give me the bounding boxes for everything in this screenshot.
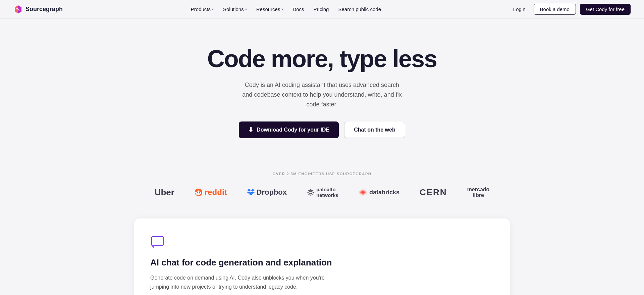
- search-public-code-link[interactable]: Search public code: [338, 6, 381, 12]
- hero-title: Code more, type less: [207, 46, 437, 72]
- svg-point-3: [199, 192, 200, 193]
- hero-section: Code more, type less Cody is an AI codin…: [0, 19, 644, 158]
- chat-icon: [150, 235, 165, 249]
- reddit-icon: [195, 188, 203, 196]
- sourcegraph-logo-icon: [13, 5, 23, 14]
- dropbox-logo: Dropbox: [247, 188, 287, 197]
- uber-logo: Uber: [155, 187, 174, 198]
- nav-item-search[interactable]: Search public code: [338, 6, 381, 12]
- mercado-libre-logo: mercadolibre: [467, 187, 490, 198]
- feature-section: AI chat for code generation and explanat…: [121, 218, 523, 295]
- products-link[interactable]: Products ▾: [191, 6, 214, 12]
- feature-description: Generate code on demand using AI. Cody a…: [150, 273, 325, 291]
- solutions-link[interactable]: Solutions ▾: [223, 6, 247, 12]
- download-cody-button[interactable]: ⬇ Download Cody for your IDE: [239, 121, 339, 138]
- download-icon: ⬇: [248, 126, 253, 134]
- cern-logo: CERN: [420, 187, 447, 198]
- svg-rect-12: [152, 237, 164, 245]
- nav-right: Login Book a demo Get Cody for free: [509, 4, 631, 15]
- chat-web-button[interactable]: Chat on the web: [344, 122, 405, 138]
- logo-text: Sourcegraph: [25, 6, 63, 13]
- hero-subtitle: Cody is an AI coding assistant that uses…: [241, 80, 402, 109]
- nav-item-products[interactable]: Products ▾: [191, 6, 214, 12]
- nav-item-docs[interactable]: Docs: [292, 6, 304, 12]
- pricing-link[interactable]: Pricing: [314, 6, 329, 12]
- resources-link[interactable]: Resources ▾: [256, 6, 283, 12]
- svg-point-2: [197, 192, 198, 193]
- main-nav: Sourcegraph Products ▾ Solutions ▾ Resou…: [0, 0, 644, 19]
- nav-item-pricing[interactable]: Pricing: [314, 6, 329, 12]
- databricks-icon: [359, 189, 367, 196]
- get-cody-button[interactable]: Get Cody for free: [580, 4, 631, 15]
- nav-item-resources[interactable]: Resources ▾: [256, 6, 283, 12]
- nav-links: Products ▾ Solutions ▾ Resources ▾ Docs …: [191, 6, 381, 12]
- logos-row: Uber reddit Dropbox: [155, 187, 490, 198]
- docs-link[interactable]: Docs: [292, 6, 304, 12]
- dropbox-icon: [247, 189, 255, 196]
- nav-item-solutions[interactable]: Solutions ▾: [223, 6, 247, 12]
- solutions-chevron-icon: ▾: [245, 7, 247, 11]
- products-chevron-icon: ▾: [212, 7, 214, 11]
- paloalto-logo: paloaltonetworks: [307, 187, 338, 198]
- logo-link[interactable]: Sourcegraph: [13, 5, 63, 14]
- logos-label: OVER 2.5M ENGINEERS USE SOURCEGRAPH: [273, 172, 372, 176]
- svg-marker-4: [247, 189, 251, 191]
- reddit-logo: reddit: [195, 188, 227, 197]
- paloalto-icon: [307, 189, 314, 196]
- feature-card: AI chat for code generation and explanat…: [134, 218, 510, 295]
- databricks-logo: databricks: [359, 189, 399, 196]
- resources-chevron-icon: ▾: [281, 7, 283, 11]
- feature-title: AI chat for code generation and explanat…: [150, 257, 494, 268]
- logos-section: OVER 2.5M ENGINEERS USE SOURCEGRAPH Uber…: [0, 158, 644, 218]
- hero-buttons: ⬇ Download Cody for your IDE Chat on the…: [239, 121, 405, 138]
- login-button[interactable]: Login: [509, 4, 530, 14]
- svg-marker-5: [251, 189, 255, 191]
- book-demo-button[interactable]: Book a demo: [534, 4, 576, 15]
